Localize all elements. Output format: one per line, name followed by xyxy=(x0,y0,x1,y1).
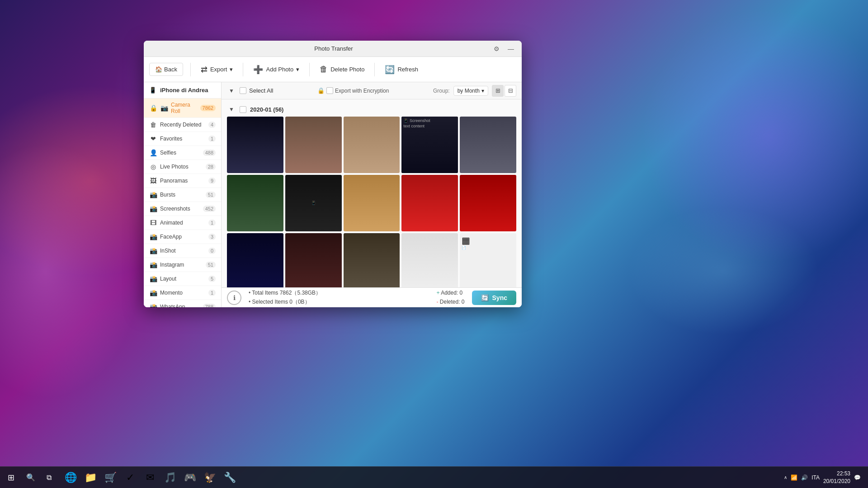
photo-thumb[interactable] xyxy=(285,233,342,287)
sidebar: 📱 iPhone di Andrea 🔒 📷 Camera Roll 7862 … xyxy=(144,82,222,307)
refresh-icon: 🔄 xyxy=(385,65,395,75)
settings-button[interactable]: ⚙ xyxy=(491,43,502,54)
sidebar-item-instagram[interactable]: 📸 Instagram 51 xyxy=(144,258,221,272)
momento-icon: 📸 xyxy=(149,289,157,296)
toolbar-sep-2 xyxy=(243,63,243,76)
export-button[interactable]: ⇄ Export ▾ xyxy=(194,62,240,77)
photo-thumb[interactable] xyxy=(227,117,283,173)
added-text: + Added: 0 xyxy=(436,289,464,297)
date-label: 2020-01 (56) xyxy=(250,106,283,113)
add-photo-button[interactable]: ➕ Add Photo ▾ xyxy=(247,62,306,77)
bursts-icon: 📸 xyxy=(149,191,157,198)
photo-thumb[interactable]: ▦ 📄 xyxy=(460,233,516,287)
instagram-count: 51 xyxy=(206,262,216,268)
select-all-checkbox[interactable]: Select All xyxy=(240,87,273,94)
sidebar-item-selfies[interactable]: 👤 Selfies 488 xyxy=(144,146,221,160)
content-area: 📱 iPhone di Andrea 🔒 📷 Camera Roll 7862 … xyxy=(144,82,522,307)
status-texts: • Total Items 7862（5.38GB） • Selected It… xyxy=(249,289,429,306)
minimize-button[interactable]: — xyxy=(505,43,516,54)
home-icon: 🏠 xyxy=(155,66,162,73)
photo-image xyxy=(401,175,458,231)
back-button[interactable]: 🏠 Back xyxy=(149,63,183,76)
photo-thumb[interactable] xyxy=(344,233,400,287)
photo-image xyxy=(401,233,458,287)
sidebar-item-bursts[interactable]: 📸 Bursts 51 xyxy=(144,188,221,202)
sidebar-item-recently-deleted[interactable]: 🗑 Recently Deleted 4 xyxy=(144,118,221,132)
layout-icon: 📸 xyxy=(149,275,157,282)
deleted-label: Deleted: 0 xyxy=(440,299,465,305)
export-label: Export xyxy=(210,66,227,73)
encrypt-checkbox[interactable] xyxy=(326,87,333,94)
instagram-label: Instagram xyxy=(160,262,203,268)
selected-items-text: • Selected Items 0（0B） xyxy=(249,298,429,306)
delete-photo-button[interactable]: 🗑 Delete Photo xyxy=(313,62,371,77)
taskbar-store-icon[interactable]: 🛒 xyxy=(101,469,119,487)
taskbar-spotify-icon[interactable]: 🎵 xyxy=(161,469,179,487)
photo-thumb[interactable] xyxy=(227,233,283,287)
photo-image xyxy=(227,117,283,173)
expand-button[interactable]: ▼ xyxy=(227,86,236,95)
taskbar-mail-icon[interactable]: ✉ xyxy=(141,469,159,487)
photo-thumb[interactable] xyxy=(401,175,458,231)
photo-thumb[interactable] xyxy=(460,117,516,173)
date-group-checkbox[interactable] xyxy=(240,106,246,113)
delete-photo-label: Delete Photo xyxy=(330,66,364,73)
sidebar-item-favorites[interactable]: ❤ Favorites 1 xyxy=(144,132,221,146)
taskbar-photos-icon[interactable]: 🦅 xyxy=(201,469,219,487)
sidebar-item-camera-roll[interactable]: 🔒 📷 Camera Roll 7862 xyxy=(144,99,221,118)
search-button[interactable]: 🔍 xyxy=(22,467,40,488)
sync-button[interactable]: 🔄 Sync xyxy=(472,291,516,305)
sidebar-item-whatsapp[interactable]: 📸 WhatsApp 788 xyxy=(144,300,221,307)
sidebar-item-panoramas[interactable]: 🖼 Panoramas 9 xyxy=(144,174,221,188)
export-dropdown-icon: ▾ xyxy=(230,66,233,73)
delete-photo-icon: 🗑 xyxy=(320,65,328,74)
sidebar-item-animated[interactable]: 🎞 Animated 1 xyxy=(144,216,221,230)
photo-thumb[interactable] xyxy=(344,117,400,173)
encrypt-button[interactable]: 🔒 Export with Encryption xyxy=(317,87,389,94)
photo-thumb[interactable]: 📱 Screenshottext content xyxy=(401,117,458,173)
screenshots-count: 452 xyxy=(203,206,216,212)
taskbar-edge-icon[interactable]: 🌐 xyxy=(61,469,80,487)
photo-thumb[interactable] xyxy=(401,233,458,287)
date-group-2020-01: ▼ 2020-01 (56) xyxy=(227,103,516,287)
export-icon: ⇄ xyxy=(201,65,208,75)
task-view-button[interactable]: ⧉ xyxy=(40,467,58,488)
start-button[interactable]: ⊞ xyxy=(0,467,22,488)
sidebar-item-faceapp[interactable]: 📸 FaceApp 3 xyxy=(144,230,221,244)
date-group-expand[interactable]: ▼ xyxy=(227,105,236,114)
volume-icon[interactable]: 🔊 xyxy=(801,474,808,481)
deleted-text: - Deleted: 0 xyxy=(436,298,464,306)
refresh-button[interactable]: 🔄 Refresh xyxy=(378,62,425,77)
photo-thumb[interactable] xyxy=(227,175,283,231)
selected-items-label: Selected Items 0（0B） xyxy=(252,299,310,305)
taskbar: ⊞ 🔍 ⧉ 🌐 📁 🛒 ✓ ✉ 🎵 🎮 🦅 🔧 ∧ 📶 🔊 ITA 22:53 … xyxy=(0,466,868,488)
taskbar-explorer-icon[interactable]: 📁 xyxy=(81,469,99,487)
list-view-button[interactable]: ⊟ xyxy=(505,85,516,97)
faceapp-count: 3 xyxy=(208,234,216,240)
photo-thumb[interactable] xyxy=(344,175,400,231)
photo-image xyxy=(227,175,283,231)
total-items-label: Total Items 7862（5.38GB） xyxy=(252,290,321,296)
sidebar-item-screenshots[interactable]: 📸 Screenshots 452 xyxy=(144,202,221,216)
sidebar-item-live-photos[interactable]: ◎ Live Photos 28 xyxy=(144,160,221,174)
layout-count: 5 xyxy=(208,276,216,282)
notification-icon[interactable]: 💬 xyxy=(854,474,861,481)
photo-thumb[interactable] xyxy=(460,175,516,231)
photo-thumb[interactable]: 📱 xyxy=(285,175,342,231)
sidebar-item-momento[interactable]: 📸 Momento 1 xyxy=(144,286,221,300)
select-all-check-box[interactable] xyxy=(240,87,246,94)
whatsapp-count: 788 xyxy=(203,304,216,307)
taskbar-ticktick-icon[interactable]: ✓ xyxy=(121,469,139,487)
refresh-label: Refresh xyxy=(397,66,418,73)
taskbar-xbox-icon[interactable]: 🎮 xyxy=(181,469,199,487)
screenshots-icon: 📸 xyxy=(149,205,157,212)
photo-thumb[interactable] xyxy=(285,117,342,173)
taskbar-tools-icon[interactable]: 🔧 xyxy=(221,469,239,487)
sidebar-item-inshot[interactable]: 📸 InShot 0 xyxy=(144,244,221,258)
sync-icon: 🔄 xyxy=(481,294,489,301)
added-label: Added: 0 xyxy=(441,290,462,296)
group-select[interactable]: by Month ▾ xyxy=(453,86,488,96)
grid-view-button[interactable]: ⊞ xyxy=(492,85,504,97)
sidebar-item-layout[interactable]: 📸 Layout 5 xyxy=(144,272,221,286)
tray-chevron[interactable]: ∧ xyxy=(784,475,787,480)
